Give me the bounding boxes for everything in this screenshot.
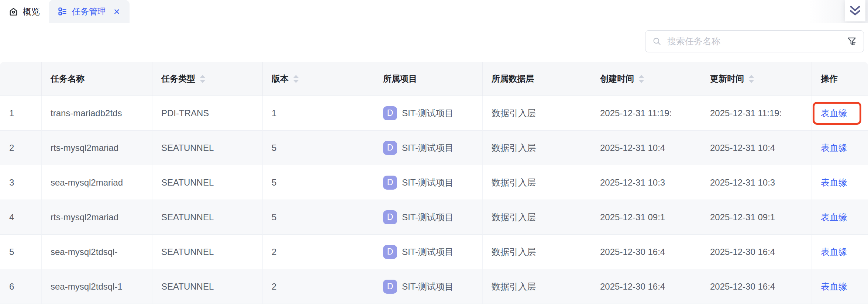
column-header-updated[interactable]: 更新时间 [701,62,812,96]
cell-index: 1 [0,96,42,131]
project-badge: D [383,210,397,224]
collapse-tabs-button[interactable] [845,0,865,21]
table-row: 2rts-mysql2mariadSEATUNNEL5DSIT-测试项目数据引入… [0,131,868,165]
column-label: 所属数据层 [492,73,534,84]
cell-version: 2 [263,235,374,269]
project-name: SIT-测试项目 [402,212,454,222]
cell-created: 2025-12-30 16:4 [591,269,701,304]
cell-created: 2025-12-30 16:4 [591,235,701,269]
cell-layer: 数据引入层 [483,200,591,235]
cell-index: 2 [0,131,42,165]
cell-project: DSIT-测试项目 [374,165,483,200]
cell-project: DSIT-测试项目 [374,269,483,304]
project-badge: D [383,141,397,155]
close-icon[interactable] [113,8,121,15]
sort-caret-icon[interactable] [748,75,754,83]
column-label: 任务类型 [161,73,195,84]
cell-updated: 2025-12-31 10:4 [701,131,812,165]
cell-created: 2025-12-31 10:4 [591,131,701,165]
table-lineage-link[interactable]: 表血缘 [821,108,847,118]
nav-home[interactable]: 概览 [0,0,49,23]
cell-actions: 表血缘 [812,235,868,269]
cell-name: trans-mariadb2tds [42,96,152,131]
project-name: SIT-测试项目 [402,177,454,187]
column-label: 操作 [821,73,838,84]
table-header-row: 任务名称任务类型版本所属项目所属数据层创建时间更新时间操作 [0,62,868,96]
cell-version: 5 [263,200,374,235]
cell-actions: 表血缘 [812,269,868,304]
cell-layer: 数据引入层 [483,269,591,304]
column-header-layer: 所属数据层 [483,62,591,96]
cell-layer: 数据引入层 [483,96,591,131]
column-header-created[interactable]: 创建时间 [591,62,701,96]
home-icon [8,7,18,17]
cell-name: sea-mysql2tdsql- [42,235,152,269]
cell-name: rts-mysql2mariad [42,131,152,165]
cell-actions: 表血缘 [812,96,868,131]
tab-bar: 概览 任务管理 [0,0,868,23]
cell-layer: 数据引入层 [483,165,591,200]
project-name: SIT-测试项目 [402,281,454,291]
column-header-version[interactable]: 版本 [263,62,374,96]
table-row: 4rts-mysql2mariadSEATUNNEL5DSIT-测试项目数据引入… [0,200,868,235]
column-label: 任务名称 [51,73,85,84]
tab-task-management-label: 任务管理 [72,6,106,17]
cell-project: DSIT-测试项目 [374,96,483,131]
cell-actions: 表血缘 [812,200,868,235]
cell-version: 5 [263,165,374,200]
cell-index: 6 [0,269,42,304]
sort-caret-icon[interactable] [293,75,299,83]
cell-updated: 2025-12-31 10:3 [701,165,812,200]
cell-index: 5 [0,235,42,269]
cell-type: SEATUNNEL [152,165,263,200]
column-label: 更新时间 [710,73,744,84]
column-label: 所属项目 [383,73,417,84]
table-row: 6sea-mysql2tdsql-1SEATUNNEL2DSIT-测试项目数据引… [0,269,868,304]
cell-layer: 数据引入层 [483,235,591,269]
cell-project: DSIT-测试项目 [374,131,483,165]
project-badge: D [383,106,397,120]
column-header-name: 任务名称 [42,62,152,96]
column-header-type[interactable]: 任务类型 [152,62,263,96]
sort-caret-icon[interactable] [638,75,644,83]
app-window: 概览 任务管理 [0,0,868,304]
cell-version: 5 [263,131,374,165]
table-lineage-link[interactable]: 表血缘 [821,143,847,153]
cell-updated: 2025-12-31 09:1 [701,200,812,235]
task-table: 任务名称任务类型版本所属项目所属数据层创建时间更新时间操作 1trans-mar… [0,62,868,304]
column-header-index [0,62,42,96]
cell-name: sea-mysql2mariad [42,165,152,200]
sort-caret-icon[interactable] [200,75,206,83]
cell-type: SEATUNNEL [152,235,263,269]
cell-layer: 数据引入层 [483,131,591,165]
cell-type: SEATUNNEL [152,131,263,165]
project-name: SIT-测试项目 [402,143,454,153]
table-lineage-link[interactable]: 表血缘 [821,212,847,222]
table-row: 1trans-mariadb2tdsPDI-TRANS1DSIT-测试项目数据引… [0,96,868,131]
table-lineage-link[interactable]: 表血缘 [821,177,847,187]
cell-version: 2 [263,269,374,304]
table-lineage-link[interactable]: 表血缘 [821,247,847,257]
cell-actions: 表血缘 [812,131,868,165]
tab-task-management[interactable]: 任务管理 [49,0,130,23]
table-row: 5sea-mysql2tdsql-SEATUNNEL2DSIT-测试项目数据引入… [0,235,868,269]
cell-created: 2025-12-31 10:3 [591,165,701,200]
cell-updated: 2025-12-30 16:4 [701,269,812,304]
cell-updated: 2025-12-31 11:19: [701,96,812,131]
funnel-filter-icon[interactable] [847,36,857,46]
cell-index: 4 [0,200,42,235]
project-name: SIT-测试项目 [402,247,454,257]
cell-type: SEATUNNEL [152,269,263,304]
search-input[interactable] [667,36,841,46]
project-badge: D [383,176,397,190]
project-name: SIT-测试项目 [402,108,454,118]
cell-updated: 2025-12-30 16:4 [701,235,812,269]
toolbar [0,23,868,62]
column-label: 版本 [272,73,289,84]
nav-home-label: 概览 [23,6,40,17]
table-lineage-link[interactable]: 表血缘 [821,281,847,291]
cell-created: 2025-12-31 11:19: [591,96,701,131]
table-row: 3sea-mysql2mariadSEATUNNEL5DSIT-测试项目数据引入… [0,165,868,200]
project-badge: D [383,245,397,259]
cell-index: 3 [0,165,42,200]
